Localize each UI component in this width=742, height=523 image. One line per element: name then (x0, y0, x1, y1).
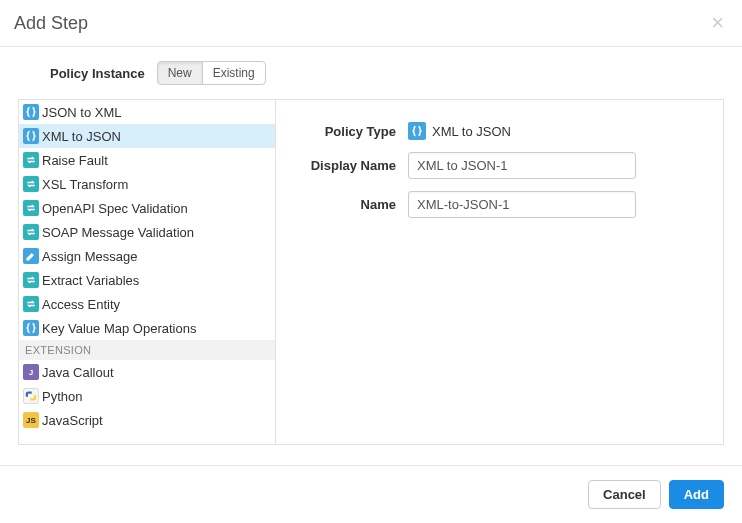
policy-item-label: XML to JSON (42, 129, 121, 144)
policy-item[interactable]: Assign Message (19, 244, 275, 268)
policy-list-panel[interactable]: JSON to XMLXML to JSONRaise FaultXSL Tra… (18, 99, 276, 445)
policy-item[interactable]: SOAP Message Validation (19, 220, 275, 244)
policy-item-label: XSL Transform (42, 177, 128, 192)
policy-type-value: XML to JSON (408, 122, 511, 140)
policy-item-label: Java Callout (42, 365, 114, 380)
policy-item-label: Raise Fault (42, 153, 108, 168)
policy-item-label: Assign Message (42, 249, 137, 264)
policy-item-label: JavaScript (42, 413, 103, 428)
policy-item[interactable]: Key Value Map Operations (19, 316, 275, 340)
policy-instance-toolbar: Policy Instance New Existing (0, 47, 742, 99)
policy-item-label: Access Entity (42, 297, 120, 312)
policy-item[interactable]: XML to JSON (19, 124, 275, 148)
braces-icon (23, 320, 39, 336)
policy-item[interactable]: Raise Fault (19, 148, 275, 172)
arrows-icon (23, 272, 39, 288)
policy-instance-label: Policy Instance (50, 66, 145, 81)
name-input[interactable] (408, 191, 636, 218)
policy-item[interactable]: Access Entity (19, 292, 275, 316)
cancel-button[interactable]: Cancel (588, 480, 661, 509)
braces-icon (23, 128, 39, 144)
name-row: Name (276, 191, 693, 218)
policy-type-text: XML to JSON (432, 124, 511, 139)
policy-form-panel: Policy Type XML to JSON Display Name Nam… (276, 99, 724, 445)
policy-item[interactable]: Extract Variables (19, 268, 275, 292)
existing-toggle-button[interactable]: Existing (202, 61, 266, 85)
policy-item-label: Python (42, 389, 82, 404)
policy-item[interactable]: XSL Transform (19, 172, 275, 196)
close-icon[interactable]: × (707, 12, 728, 34)
policy-type-row: Policy Type XML to JSON (276, 122, 693, 140)
display-name-row: Display Name (276, 152, 693, 179)
arrows-icon (23, 224, 39, 240)
add-button[interactable]: Add (669, 480, 724, 509)
policy-item[interactable]: JSON to XML (19, 100, 275, 124)
java-icon: J (23, 364, 39, 380)
name-label: Name (276, 197, 396, 212)
new-toggle-button[interactable]: New (157, 61, 203, 85)
pencil-icon (23, 248, 39, 264)
arrows-icon (23, 200, 39, 216)
braces-icon (23, 104, 39, 120)
policy-item-label: SOAP Message Validation (42, 225, 194, 240)
display-name-label: Display Name (276, 158, 396, 173)
policy-item-label: Key Value Map Operations (42, 321, 196, 336)
arrows-icon (23, 152, 39, 168)
policy-item[interactable]: JJava Callout (19, 360, 275, 384)
policy-item-label: JSON to XML (42, 105, 121, 120)
dialog-header: Add Step × (0, 0, 742, 47)
policy-item[interactable]: JSJavaScript (19, 408, 275, 432)
python-icon (23, 388, 39, 404)
dialog-footer: Cancel Add (0, 465, 742, 523)
svg-text:J: J (29, 368, 33, 377)
dialog-title: Add Step (14, 13, 88, 34)
arrows-icon (23, 176, 39, 192)
policy-type-label: Policy Type (276, 124, 396, 139)
policy-item-label: OpenAPI Spec Validation (42, 201, 188, 216)
section-header-extension: EXTENSION (19, 340, 275, 360)
js-icon: JS (23, 412, 39, 428)
policy-item[interactable]: Python (19, 384, 275, 408)
arrows-icon (23, 296, 39, 312)
policy-item[interactable]: OpenAPI Spec Validation (19, 196, 275, 220)
display-name-input[interactable] (408, 152, 636, 179)
content-area: JSON to XMLXML to JSONRaise FaultXSL Tra… (0, 99, 742, 445)
policy-item-label: Extract Variables (42, 273, 139, 288)
policy-instance-toggle: New Existing (157, 61, 266, 85)
braces-icon (408, 122, 426, 140)
